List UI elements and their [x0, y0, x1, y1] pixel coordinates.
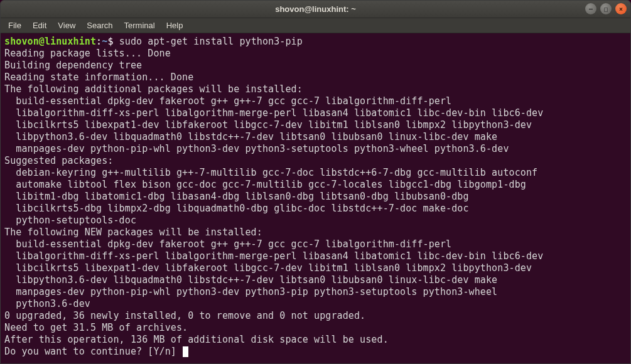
output-line: Do you want to continue? [Y/n]: [4, 346, 182, 357]
output-line: libpython3.6-dev libquadmath0 libstdc++-…: [4, 131, 497, 142]
menu-terminal[interactable]: Terminal: [119, 19, 160, 31]
output-line: The following additional packages will b…: [4, 83, 303, 95]
output-line: The following NEW packages will be insta…: [4, 227, 262, 238]
output-line: 0 upgraded, 36 newly installed, 0 to rem…: [4, 310, 365, 321]
menu-search[interactable]: Search: [82, 19, 117, 31]
output-line: Need to get 31.5 MB of archives.: [4, 322, 188, 333]
menu-view[interactable]: View: [53, 19, 80, 31]
minimize-icon: –: [589, 6, 593, 13]
menu-help[interactable]: Help: [161, 19, 188, 31]
prompt-separator: :: [96, 36, 102, 47]
output-line: build-essential dpkg-dev fakeroot g++ g+…: [4, 95, 451, 107]
menu-edit[interactable]: Edit: [28, 19, 51, 31]
menubar: File Edit View Search Terminal Help: [1, 18, 630, 33]
menu-file[interactable]: File: [3, 19, 26, 31]
output-line: debian-keyring g++-multilib g++-7-multil…: [4, 167, 537, 178]
output-line: python3.6-dev: [4, 298, 90, 309]
output-line: Building dependency tree: [4, 60, 142, 71]
close-icon: ×: [619, 6, 623, 13]
prompt-dollar: $: [107, 36, 119, 47]
output-line: Suggested packages:: [4, 155, 113, 166]
cursor-icon: [183, 346, 188, 357]
maximize-button[interactable]: □: [600, 3, 612, 14]
prompt-user-host: shovon@linuxhint: [4, 36, 96, 47]
output-line: manpages-dev python-pip-whl python3-dev …: [4, 143, 509, 154]
window-title: shovon@linuxhint: ~: [275, 4, 356, 14]
output-line: automake libtool flex bison gcc-doc gcc-…: [4, 179, 526, 190]
terminal-window: shovon@linuxhint: ~ – □ × File Edit View…: [0, 0, 631, 364]
output-line: python-setuptools-doc: [4, 215, 136, 226]
titlebar: shovon@linuxhint: ~ – □ ×: [1, 1, 630, 18]
terminal-body[interactable]: shovon@linuxhint:~$ sudo apt-get install…: [1, 33, 630, 363]
minimize-button[interactable]: –: [585, 3, 596, 14]
output-line: Reading package lists... Done: [4, 48, 171, 59]
output-line: build-essential dpkg-dev fakeroot g++ g+…: [4, 238, 451, 250]
maximize-icon: □: [604, 6, 608, 13]
command-text: sudo apt-get install python3-pip: [119, 36, 303, 47]
close-button[interactable]: ×: [615, 3, 627, 14]
window-controls: – □ ×: [585, 3, 627, 14]
prompt-path: ~: [102, 36, 107, 47]
output-line: libcilkrts5 libexpat1-dev libfakeroot li…: [4, 119, 532, 131]
output-line: libpython3.6-dev libquadmath0 libstdc++-…: [4, 274, 497, 286]
output-line: After this operation, 136 MB of addition…: [4, 334, 389, 345]
output-line: Reading state information... Done: [4, 72, 193, 83]
output-line: libalgorithm-diff-xs-perl libalgorithm-m…: [4, 107, 543, 119]
output-line: libalgorithm-diff-xs-perl libalgorithm-m…: [4, 250, 543, 262]
output-line: manpages-dev python-pip-whl python3-dev …: [4, 286, 497, 297]
output-line: libitm1-dbg libatomic1-dbg libasan4-dbg …: [4, 191, 469, 202]
output-line: libcilkrts5-dbg libmpx2-dbg libquadmath0…: [4, 203, 469, 214]
output-line: libcilkrts5 libexpat1-dev libfakeroot li…: [4, 262, 532, 274]
